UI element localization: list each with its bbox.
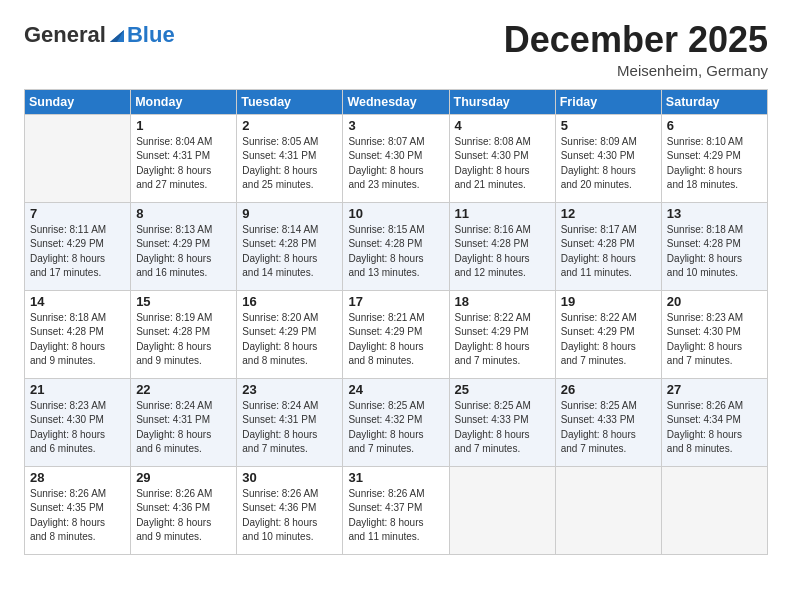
day-number: 22 (136, 382, 231, 397)
day-cell: 8Sunrise: 8:13 AMSunset: 4:29 PMDaylight… (131, 202, 237, 290)
day-number: 10 (348, 206, 443, 221)
day-cell: 11Sunrise: 8:16 AMSunset: 4:28 PMDayligh… (449, 202, 555, 290)
calendar-week-row: 28Sunrise: 8:26 AMSunset: 4:35 PMDayligh… (25, 466, 768, 554)
header-day-monday: Monday (131, 89, 237, 114)
day-cell: 30Sunrise: 8:26 AMSunset: 4:36 PMDayligh… (237, 466, 343, 554)
day-cell: 4Sunrise: 8:08 AMSunset: 4:30 PMDaylight… (449, 114, 555, 202)
day-info: Sunrise: 8:25 AMSunset: 4:33 PMDaylight:… (455, 399, 550, 457)
day-cell: 22Sunrise: 8:24 AMSunset: 4:31 PMDayligh… (131, 378, 237, 466)
day-number: 1 (136, 118, 231, 133)
day-number: 20 (667, 294, 762, 309)
day-number: 23 (242, 382, 337, 397)
day-number: 31 (348, 470, 443, 485)
day-cell: 31Sunrise: 8:26 AMSunset: 4:37 PMDayligh… (343, 466, 449, 554)
empty-cell (555, 466, 661, 554)
day-number: 25 (455, 382, 550, 397)
day-info: Sunrise: 8:09 AMSunset: 4:30 PMDaylight:… (561, 135, 656, 193)
day-info: Sunrise: 8:19 AMSunset: 4:28 PMDaylight:… (136, 311, 231, 369)
header-day-wednesday: Wednesday (343, 89, 449, 114)
day-cell: 15Sunrise: 8:19 AMSunset: 4:28 PMDayligh… (131, 290, 237, 378)
day-info: Sunrise: 8:22 AMSunset: 4:29 PMDaylight:… (455, 311, 550, 369)
day-cell: 7Sunrise: 8:11 AMSunset: 4:29 PMDaylight… (25, 202, 131, 290)
logo-general-text: General (24, 24, 106, 46)
location-title: Meisenheim, Germany (504, 62, 768, 79)
day-cell: 23Sunrise: 8:24 AMSunset: 4:31 PMDayligh… (237, 378, 343, 466)
day-number: 30 (242, 470, 337, 485)
day-info: Sunrise: 8:17 AMSunset: 4:28 PMDaylight:… (561, 223, 656, 281)
calendar-week-row: 7Sunrise: 8:11 AMSunset: 4:29 PMDaylight… (25, 202, 768, 290)
day-number: 3 (348, 118, 443, 133)
logo-blue-text: Blue (127, 24, 175, 46)
empty-cell (25, 114, 131, 202)
calendar-table: SundayMondayTuesdayWednesdayThursdayFrid… (24, 89, 768, 555)
day-number: 13 (667, 206, 762, 221)
day-number: 5 (561, 118, 656, 133)
day-number: 4 (455, 118, 550, 133)
header-day-saturday: Saturday (661, 89, 767, 114)
header-day-sunday: Sunday (25, 89, 131, 114)
day-cell: 2Sunrise: 8:05 AMSunset: 4:31 PMDaylight… (237, 114, 343, 202)
day-number: 6 (667, 118, 762, 133)
calendar-week-row: 1Sunrise: 8:04 AMSunset: 4:31 PMDaylight… (25, 114, 768, 202)
day-cell: 6Sunrise: 8:10 AMSunset: 4:29 PMDaylight… (661, 114, 767, 202)
day-cell: 9Sunrise: 8:14 AMSunset: 4:28 PMDaylight… (237, 202, 343, 290)
day-number: 2 (242, 118, 337, 133)
day-info: Sunrise: 8:18 AMSunset: 4:28 PMDaylight:… (30, 311, 125, 369)
day-info: Sunrise: 8:24 AMSunset: 4:31 PMDaylight:… (242, 399, 337, 457)
day-cell: 16Sunrise: 8:20 AMSunset: 4:29 PMDayligh… (237, 290, 343, 378)
day-cell: 3Sunrise: 8:07 AMSunset: 4:30 PMDaylight… (343, 114, 449, 202)
logo: General Blue (24, 24, 175, 46)
day-cell: 26Sunrise: 8:25 AMSunset: 4:33 PMDayligh… (555, 378, 661, 466)
day-cell: 25Sunrise: 8:25 AMSunset: 4:33 PMDayligh… (449, 378, 555, 466)
day-info: Sunrise: 8:23 AMSunset: 4:30 PMDaylight:… (667, 311, 762, 369)
day-info: Sunrise: 8:26 AMSunset: 4:34 PMDaylight:… (667, 399, 762, 457)
day-cell: 19Sunrise: 8:22 AMSunset: 4:29 PMDayligh… (555, 290, 661, 378)
calendar-week-row: 14Sunrise: 8:18 AMSunset: 4:28 PMDayligh… (25, 290, 768, 378)
day-number: 12 (561, 206, 656, 221)
day-number: 14 (30, 294, 125, 309)
empty-cell (449, 466, 555, 554)
page-header: General Blue December 2025 Meisenheim, G… (24, 20, 768, 79)
header-day-friday: Friday (555, 89, 661, 114)
day-number: 24 (348, 382, 443, 397)
day-cell: 21Sunrise: 8:23 AMSunset: 4:30 PMDayligh… (25, 378, 131, 466)
header-row: SundayMondayTuesdayWednesdayThursdayFrid… (25, 89, 768, 114)
day-cell: 14Sunrise: 8:18 AMSunset: 4:28 PMDayligh… (25, 290, 131, 378)
day-info: Sunrise: 8:16 AMSunset: 4:28 PMDaylight:… (455, 223, 550, 281)
day-info: Sunrise: 8:26 AMSunset: 4:37 PMDaylight:… (348, 487, 443, 545)
day-number: 16 (242, 294, 337, 309)
day-cell: 24Sunrise: 8:25 AMSunset: 4:32 PMDayligh… (343, 378, 449, 466)
header-day-thursday: Thursday (449, 89, 555, 114)
day-info: Sunrise: 8:22 AMSunset: 4:29 PMDaylight:… (561, 311, 656, 369)
day-info: Sunrise: 8:15 AMSunset: 4:28 PMDaylight:… (348, 223, 443, 281)
day-info: Sunrise: 8:13 AMSunset: 4:29 PMDaylight:… (136, 223, 231, 281)
day-info: Sunrise: 8:26 AMSunset: 4:36 PMDaylight:… (136, 487, 231, 545)
day-number: 28 (30, 470, 125, 485)
day-number: 19 (561, 294, 656, 309)
day-number: 27 (667, 382, 762, 397)
day-cell: 13Sunrise: 8:18 AMSunset: 4:28 PMDayligh… (661, 202, 767, 290)
day-cell: 27Sunrise: 8:26 AMSunset: 4:34 PMDayligh… (661, 378, 767, 466)
day-number: 15 (136, 294, 231, 309)
day-info: Sunrise: 8:20 AMSunset: 4:29 PMDaylight:… (242, 311, 337, 369)
day-number: 9 (242, 206, 337, 221)
day-number: 26 (561, 382, 656, 397)
title-block: December 2025 Meisenheim, Germany (504, 20, 768, 79)
day-info: Sunrise: 8:07 AMSunset: 4:30 PMDaylight:… (348, 135, 443, 193)
day-info: Sunrise: 8:05 AMSunset: 4:31 PMDaylight:… (242, 135, 337, 193)
day-cell: 1Sunrise: 8:04 AMSunset: 4:31 PMDaylight… (131, 114, 237, 202)
calendar-week-row: 21Sunrise: 8:23 AMSunset: 4:30 PMDayligh… (25, 378, 768, 466)
day-number: 11 (455, 206, 550, 221)
day-number: 7 (30, 206, 125, 221)
logo-icon (108, 26, 126, 44)
day-info: Sunrise: 8:21 AMSunset: 4:29 PMDaylight:… (348, 311, 443, 369)
day-number: 8 (136, 206, 231, 221)
day-cell: 10Sunrise: 8:15 AMSunset: 4:28 PMDayligh… (343, 202, 449, 290)
header-day-tuesday: Tuesday (237, 89, 343, 114)
day-cell: 5Sunrise: 8:09 AMSunset: 4:30 PMDaylight… (555, 114, 661, 202)
day-info: Sunrise: 8:25 AMSunset: 4:33 PMDaylight:… (561, 399, 656, 457)
day-number: 17 (348, 294, 443, 309)
day-cell: 29Sunrise: 8:26 AMSunset: 4:36 PMDayligh… (131, 466, 237, 554)
day-info: Sunrise: 8:08 AMSunset: 4:30 PMDaylight:… (455, 135, 550, 193)
day-cell: 20Sunrise: 8:23 AMSunset: 4:30 PMDayligh… (661, 290, 767, 378)
